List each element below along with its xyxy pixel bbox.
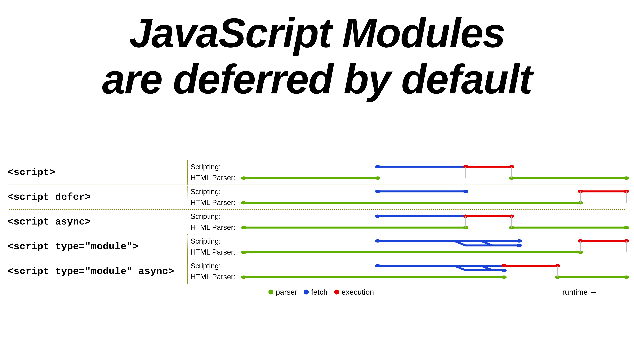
legend-label: parser <box>276 288 297 296</box>
title-line-1: JavaScript Modules <box>129 10 505 56</box>
timeline-row-module: <script type="module"> Scripting: HTML P… <box>8 234 626 259</box>
svg-point-19 <box>463 190 468 193</box>
timeline-svg <box>244 210 626 234</box>
lane-labels: Scripting: HTML Parser: <box>188 259 244 284</box>
timeline-row-script-async: <script async> Scripting: HTML Parser: <box>8 210 626 234</box>
svg-point-1 <box>241 176 246 180</box>
timeline-plot <box>244 160 626 184</box>
svg-point-26 <box>241 226 246 229</box>
scripting-label: Scripting: <box>190 260 244 272</box>
timeline-row-module-async: <script type="module" async> Scripting: … <box>8 259 626 284</box>
script-tag-label: <script async> <box>8 210 188 234</box>
timeline-row-script: <script> Scripting: HTML Parser: <box>8 160 626 185</box>
svg-point-44 <box>516 239 522 243</box>
script-tag-label: <script type="module" async> <box>8 259 188 284</box>
timing-diagram: <script> Scripting: HTML Parser: <script… <box>8 160 626 284</box>
lane-labels: Scripting: HTML Parser: <box>188 210 244 234</box>
legend: parser fetch execution <box>268 288 374 296</box>
lane-labels: Scripting: HTML Parser: <box>188 234 244 259</box>
parser-label: HTML Parser: <box>190 172 244 183</box>
page: JavaScript Modules are deferred by defau… <box>0 0 634 364</box>
runtime-axis-label: runtime → <box>562 288 597 296</box>
timeline-plot <box>244 234 626 259</box>
parser-label: HTML Parser: <box>190 222 244 233</box>
execution-dot-icon <box>334 290 339 294</box>
scripting-label: Scripting: <box>190 162 244 172</box>
script-tag-label: <script type="module"> <box>8 234 188 259</box>
parser-label: HTML Parser: <box>190 272 244 282</box>
lane-labels: Scripting: HTML Parser: <box>188 160 244 184</box>
svg-point-49 <box>516 244 522 247</box>
svg-point-18 <box>375 190 380 193</box>
svg-point-43 <box>375 239 380 243</box>
svg-point-57 <box>624 276 629 279</box>
legend-item-fetch: fetch <box>304 288 328 296</box>
svg-point-59 <box>375 264 380 268</box>
parser-dot-icon <box>268 290 274 294</box>
timeline-svg <box>244 259 626 284</box>
script-tag-label: <script> <box>8 160 188 184</box>
scripting-label: Scripting: <box>190 236 244 247</box>
timeline-svg <box>244 234 626 259</box>
timeline-row-script-defer: <script defer> Scripting: HTML Parser: <box>8 185 626 210</box>
svg-point-53 <box>241 276 246 279</box>
legend-item-parser: parser <box>268 288 297 296</box>
legend-label: fetch <box>311 288 328 296</box>
svg-point-30 <box>624 226 629 229</box>
timeline-plot <box>244 259 626 284</box>
scripting-label: Scripting: <box>190 186 244 197</box>
svg-point-15 <box>241 201 246 204</box>
timeline-svg <box>244 160 626 184</box>
legend-item-execution: execution <box>334 288 374 296</box>
page-title: JavaScript Modules are deferred by defau… <box>0 10 634 102</box>
svg-point-7 <box>375 165 380 168</box>
timeline-plot <box>244 210 626 234</box>
parser-label: HTML Parser: <box>190 197 244 208</box>
lane-labels: Scripting: HTML Parser: <box>188 185 244 209</box>
script-tag-label: <script defer> <box>8 185 188 209</box>
title-line-2: are deferred by default <box>102 56 532 102</box>
fetch-dot-icon <box>304 290 309 294</box>
svg-point-2 <box>375 176 380 180</box>
svg-point-40 <box>241 251 246 254</box>
svg-point-5 <box>624 176 629 180</box>
timeline-svg <box>244 185 626 209</box>
scripting-label: Scripting: <box>190 211 244 222</box>
legend-label: execution <box>342 288 374 296</box>
svg-point-32 <box>375 214 380 218</box>
timeline-plot <box>244 185 626 209</box>
parser-label: HTML Parser: <box>190 247 244 258</box>
